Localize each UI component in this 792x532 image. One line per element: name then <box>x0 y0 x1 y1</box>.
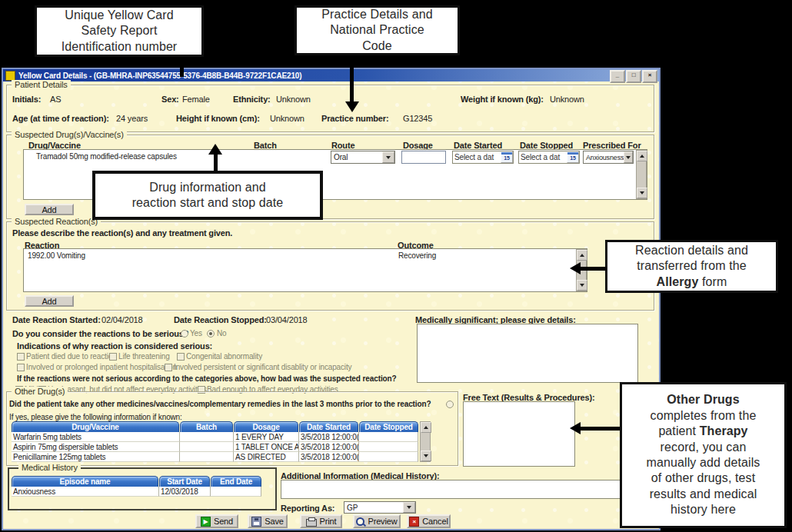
dosage-input[interactable] <box>401 151 446 164</box>
ethnicity-label: Ethnicity: <box>233 95 271 104</box>
other-row-started[interactable]: 3/5/2018 12:00:0( <box>299 452 359 462</box>
initials-value: AS <box>50 95 61 104</box>
annotation-line: reaction start and stop date <box>132 195 284 211</box>
send-button[interactable]: ▶ Send <box>195 514 238 528</box>
print-button[interactable]: Print <box>300 514 342 528</box>
practice-number-value: G12345 <box>403 114 432 123</box>
checkbox-life-threatening-label: Life threatening <box>118 352 170 361</box>
medically-significant-textarea[interactable] <box>417 324 638 383</box>
reporting-as-select[interactable]: GP <box>344 501 416 514</box>
minimize-button[interactable]: _ <box>610 70 625 83</box>
other-col-dosage: Dosage <box>234 421 298 432</box>
annotation-line: history here <box>671 502 736 517</box>
date-reaction-stopped-value: 03/04/2018 <box>266 315 308 324</box>
chevron-down-icon[interactable] <box>403 502 415 513</box>
annotation-id-number: Unique Yellow Card Safety Report Identif… <box>35 5 204 57</box>
scroll-up-icon[interactable] <box>421 422 431 433</box>
practice-number-label: Practice number: <box>321 114 388 123</box>
serious-yes-label: Yes <box>190 329 202 337</box>
other-drugs-if-yes: If yes, please give the following inform… <box>9 413 182 421</box>
other-row-dosage[interactable]: 1 TABLET ONCE A <box>234 442 299 452</box>
reactions-list[interactable]: 1992.00 Vomiting Recovering <box>23 248 587 292</box>
screenshot-stage: Yellow Card Details - (GB-MHRA-INP635447… <box>0 0 792 532</box>
other-row-batch[interactable] <box>180 442 234 452</box>
suspected-reactions-legend: Suspected Reaction(s) <box>12 217 101 226</box>
height-value: Unknown <box>270 114 304 123</box>
other-row-stopped[interactable] <box>359 452 418 462</box>
drug-row-name[interactable]: Tramadol 50mg modified-release capsules <box>36 152 177 161</box>
annotation-reaction-details: Reaction details and transferred from th… <box>605 240 778 293</box>
arrow-down-icon <box>345 101 359 112</box>
age-label: Age (at time of reaction): <box>12 114 109 123</box>
chevron-down-icon[interactable] <box>382 151 394 163</box>
annotation-line: of other drugs, test <box>651 470 755 486</box>
date-started-picker[interactable]: Select a dat 15 <box>452 151 514 164</box>
other-row-batch[interactable] <box>180 432 234 442</box>
add-drug-button[interactable]: Add <box>25 204 74 215</box>
app-icon <box>5 71 15 81</box>
sex-value: Female <box>182 95 210 104</box>
other-row-started[interactable]: 3/5/2018 12:00:0( <box>299 442 359 452</box>
calendar-icon[interactable]: 15 <box>567 151 579 163</box>
cancel-button[interactable]: × Cancel <box>407 514 451 528</box>
drugs-list-scrollbar[interactable] <box>636 150 647 199</box>
calendar-icon[interactable]: 15 <box>501 151 513 163</box>
chevron-down-icon[interactable] <box>624 151 633 163</box>
annotation-line: completes from the <box>651 408 757 424</box>
free-text-textarea[interactable] <box>463 401 575 467</box>
close-button[interactable]: × <box>642 70 657 83</box>
cancel-button-label: Cancel <box>422 517 448 526</box>
scroll-down-icon[interactable] <box>421 451 431 461</box>
other-row-name[interactable]: Warfarin 5mg tablets <box>12 432 180 442</box>
annotation-line: Other Drugs <box>667 392 739 407</box>
maximize-button[interactable]: □ <box>626 70 641 83</box>
reporting-as-value: GP <box>347 504 358 512</box>
arrow-up-icon <box>208 144 222 155</box>
date-stopped-value: Select a dat <box>521 153 560 161</box>
other-row-name[interactable]: Penicillamine 125mg tablets <box>12 452 180 462</box>
other-row-stopped[interactable] <box>359 432 418 442</box>
preview-button-label: Preview <box>368 517 397 526</box>
other-row-batch[interactable] <box>180 452 234 462</box>
other-drugs-legend: Other Drug(s) <box>12 387 68 396</box>
annotation-drug-info: Drug information and reaction start and … <box>92 171 323 220</box>
checkbox-congenital-label: Congenital abnormality <box>186 352 262 361</box>
window-title: Yellow Card Details - (GB-MHRA-INP635447… <box>18 71 301 80</box>
add-reaction-button[interactable]: Add <box>25 295 74 307</box>
annotation-line: Allergy form <box>657 274 727 290</box>
mh-row-end[interactable] <box>211 487 261 497</box>
mh-row-episode[interactable]: Anxiousness <box>12 487 159 497</box>
other-row-started[interactable]: 3/5/2018 12:00:0( <box>299 432 359 442</box>
save-button[interactable]: Save <box>248 514 288 528</box>
annotation-line: Code <box>362 38 392 54</box>
scroll-down-icon[interactable] <box>577 280 587 291</box>
window-titlebar[interactable]: Yellow Card Details - (GB-MHRA-INP635447… <box>3 69 659 81</box>
checkbox-disability <box>165 364 172 371</box>
scroll-down-icon[interactable] <box>637 188 647 198</box>
additional-info-input[interactable] <box>281 480 650 499</box>
route-select-value: Oral <box>334 153 348 161</box>
other-row-stopped[interactable] <box>359 442 418 452</box>
other-row-dosage[interactable]: 1 EVERY DAY <box>234 432 299 442</box>
route-select[interactable]: Oral <box>331 151 395 164</box>
annotation-line: results and medical <box>650 487 757 502</box>
date-stopped-picker[interactable]: Select a dat 15 <box>518 151 580 164</box>
annotation-line: Identification number <box>62 39 178 55</box>
scroll-up-icon[interactable] <box>637 151 647 161</box>
other-row-name[interactable]: Aspirin 75mg dispersible tablets <box>12 442 180 452</box>
other-row-dosage[interactable]: AS DIRECTED <box>234 452 299 462</box>
other-drugs-scrollbar[interactable] <box>420 421 431 462</box>
checkbox-hospitalisation <box>17 364 25 371</box>
checkbox-patient-died <box>17 353 25 361</box>
mh-row-start[interactable]: 12/03/2018 <box>159 487 211 497</box>
prescribed-for-select[interactable]: Anxiousness <box>583 151 634 164</box>
connector-line <box>180 57 184 77</box>
arrow-shaft <box>579 267 606 271</box>
date-reaction-started-value: 02/04/2018 <box>101 315 143 324</box>
scroll-up-icon[interactable] <box>577 250 587 261</box>
reaction-row-outcome[interactable]: Recovering <box>398 251 436 260</box>
reaction-row-value[interactable]: 1992.00 Vomiting <box>28 251 85 260</box>
mh-col-episode: Episode name <box>12 476 158 487</box>
preview-button[interactable]: Preview <box>353 514 401 528</box>
annotation-practice-code: Practice Details and National Practice C… <box>295 5 460 55</box>
